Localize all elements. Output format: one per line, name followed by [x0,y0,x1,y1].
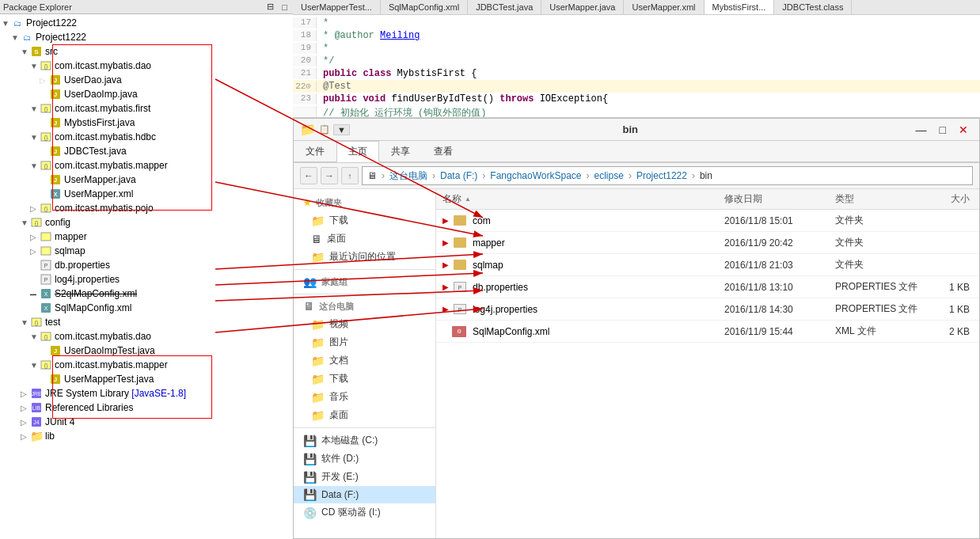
tree-item-first[interactable]: ▼ {} com.itcast.mybatis.first [0,101,293,116]
tree-label: com.itcast.mybatis.dao [55,60,151,71]
file-date: 2016/11/8 15:01 [718,214,829,228]
tree-item-dbprops[interactable]: ▷ P db.properties [0,258,293,272]
file-row-dbprops[interactable]: ▶ P db.properties 2016/11/8 13:10 PROPER… [436,276,979,298]
arrow-icon: ▷ [21,418,30,427]
panel-maximize-icon[interactable]: □ [279,2,290,12]
nav-favorites-header: ★ 收藏夹 [294,192,435,211]
back-button[interactable]: ← [300,167,317,184]
nav-downloads[interactable]: 📁 下载 [294,211,435,230]
col-header-name[interactable]: 名称 ▲ [436,191,718,207]
tree-item-config[interactable]: ▼ {} config [0,215,293,230]
nav-downloads2[interactable]: 📁 下载 [294,370,435,388]
ribbon-tab-home[interactable]: 主页 [336,141,379,162]
tree-item-test-dao[interactable]: ▼ {} com.itcast.mybatis.dao [0,329,293,344]
package-icon: {} [30,316,43,328]
ribbon-tab-view[interactable]: 查看 [422,141,465,161]
address-path[interactable]: 🖥 › 这台电脑 › Data (F:) › FangchaoWorkSpace… [362,166,973,185]
tree-label: S2qlMapConfig.xml [55,288,137,299]
nav-label: 桌面 [329,408,348,422]
nav-music[interactable]: 📁 音乐 [294,388,435,406]
ribbon-tab-share[interactable]: 共享 [379,141,422,161]
nav-documents[interactable]: 📁 文档 [294,351,435,370]
file-row-com[interactable]: ▶ com 2016/11/8 15:01 文件夹 [436,210,979,232]
file-row-sqlmapconfig[interactable]: ⚙ SqlMapConfig.xml 2016/11/9 15:44 XML 文… [436,321,979,343]
ribbon: 文件 主页 共享 查看 [294,141,979,163]
nav-desktop[interactable]: 🖥 桌面 [294,230,435,248]
up-button[interactable]: ↑ [341,167,359,184]
tree-item-userdao[interactable]: ▷ J UserDao.java [0,73,293,87]
window-minimize-icon[interactable]: — [911,123,932,136]
file-row-sqlmap[interactable]: ▶ sqlmap 2016/11/8 21:03 文件夹 [436,254,979,276]
window-maximize-icon[interactable]: □ [935,123,951,136]
nav-drive-e[interactable]: 💾 开发 (E:) [294,468,435,486]
tree-item-userdaoimp[interactable]: ▷ J UserDaoImp.java [0,87,293,101]
arrow-icon: ▼ [30,133,40,142]
nav-separator-3 [294,427,435,428]
tree-item-jdbctest[interactable]: ▷ J JDBCTest.java [0,144,293,158]
tree-item-reflib[interactable]: ▷ LIB Referenced Libraries [0,400,293,415]
tree-item-sqlmapconfig[interactable]: ▷ X SqlMapConfig.xml [0,301,293,315]
tree-item-usermapper[interactable]: ▷ J UserMapper.java [0,173,293,187]
nav-recent[interactable]: 📁 最近访问的位置 [294,248,435,266]
tab-mybstis[interactable]: MybstisFirst... [705,0,775,15]
tree-item-test-mapper[interactable]: ▼ {} com.itcast.mybatis.mapper [0,358,293,372]
tree-item-dao[interactable]: ▼ {} com.itcast.mybatis.dao [0,59,293,73]
tab-sqlmapconfig[interactable]: SqlMapConfig.xml [381,0,468,14]
nav-drive-c[interactable]: 💾 本地磁盘 (C:) [294,431,435,450]
red-arrow-indicator: ▶ [443,216,449,225]
path-this-pc[interactable]: 这台电脑 [389,169,427,183]
tree-item-proj1222-root[interactable]: ▼ 🗂 Project1222 [0,16,293,30]
panel-minimize-icon[interactable]: ⊟ [264,2,276,12]
tree-label: MybstisFirst.java [64,117,135,128]
tree-item-mapper[interactable]: ▼ {} com.itcast.mybatis.mapper [0,158,293,173]
code-line-21: 21 public class MybstisFirst { [293,67,980,80]
tab-jdbctest[interactable]: JDBCTest.java [468,0,541,14]
nav-drive-d[interactable]: 💾 软件 (D:) [294,450,435,468]
col-header-size[interactable]: 大小 [932,191,979,207]
tab-usermapper[interactable]: UserMapper.java [541,0,624,14]
tree-item-s2qlmap[interactable]: ▷ X S2qlMapConfig.xml [0,287,293,301]
file-row-mapper[interactable]: ▶ mapper 2016/11/9 20:42 文件夹 [436,232,979,254]
tree-item-log4j[interactable]: ▷ P log4j.properties [0,272,293,287]
tree-item-userdaoimptest[interactable]: ▷ J UserDaoImpTest.java [0,344,293,358]
col-header-type[interactable]: 类型 [829,191,932,207]
nav-drive-i[interactable]: 💿 CD 驱动器 (I:) [294,503,435,522]
tree-item-usermapperxml[interactable]: ▷ X UserMapper.xml [0,187,293,201]
path-eclipse[interactable]: eclipse [594,170,624,181]
nav-label: 开发 (E:) [321,470,359,484]
nav-drive-f[interactable]: 💾 Data (F:) [294,486,435,503]
tree-item-jre[interactable]: ▷ JRE JRE System Library [JavaSE-1.8] [0,386,293,400]
tree-item-proj1222[interactable]: ▼ 🗂 Project1222 [0,30,293,44]
svg-rect-26 [41,233,51,241]
tree-item-pojo[interactable]: ▷ {} com.itcast.mybatis.pojo [0,201,293,215]
tree-label: com.itcast.mybatis.dao [55,331,151,342]
tree-item-lib[interactable]: ▷ 📁 lib [0,429,293,443]
file-row-log4j[interactable]: ▶ P log4j.properties 2016/11/8 14:30 PRO… [436,298,979,321]
col-header-date[interactable]: 修改日期 [718,191,829,207]
tab-usermapperxml[interactable]: UserMapper.xml [624,0,704,14]
window-close-icon[interactable]: ✕ [954,123,973,136]
nav-desktop2[interactable]: 📁 桌面 [294,406,435,424]
svg-text:JRE: JRE [31,391,42,397]
path-workspace[interactable]: FangchaoWorkSpace [490,170,581,181]
tree-item-test[interactable]: ▼ {} test [0,315,293,329]
nav-videos[interactable]: 📁 视频 [294,315,435,333]
tree-item-junit4[interactable]: ▷ J4 JUnit 4 [0,415,293,429]
star-icon: ★ [303,198,311,208]
tree-item-mybstis[interactable]: ▷ J MybstisFirst.java [0,116,293,130]
path-data[interactable]: Data (F:) [440,170,477,181]
tab-usermappertest[interactable]: UserMapperTest... [293,0,381,14]
arrow-icon: ▼ [30,104,40,113]
tab-jdbcclass[interactable]: JDBCTest.class [774,0,852,14]
path-icon: 🖥 [367,170,377,181]
forward-button[interactable]: → [321,167,338,184]
tree-item-config-sqlmap[interactable]: ▷ sqlmap [0,244,293,258]
tree-item-usermappertest[interactable]: ▷ J UserMapperTest.java [0,372,293,386]
ribbon-tab-file[interactable]: 文件 [294,141,336,161]
tree-item-src[interactable]: ▼ S src [0,44,293,59]
path-project[interactable]: Project1222 [636,170,687,181]
tree-item-hdbc[interactable]: ▼ {} com.itcast.mybatis.hdbc [0,130,293,144]
tree-item-config-mapper[interactable]: ▷ mapper [0,230,293,244]
nav-thispc-header[interactable]: 🖥 这台电脑 [294,298,435,315]
nav-pictures[interactable]: 📁 图片 [294,333,435,351]
